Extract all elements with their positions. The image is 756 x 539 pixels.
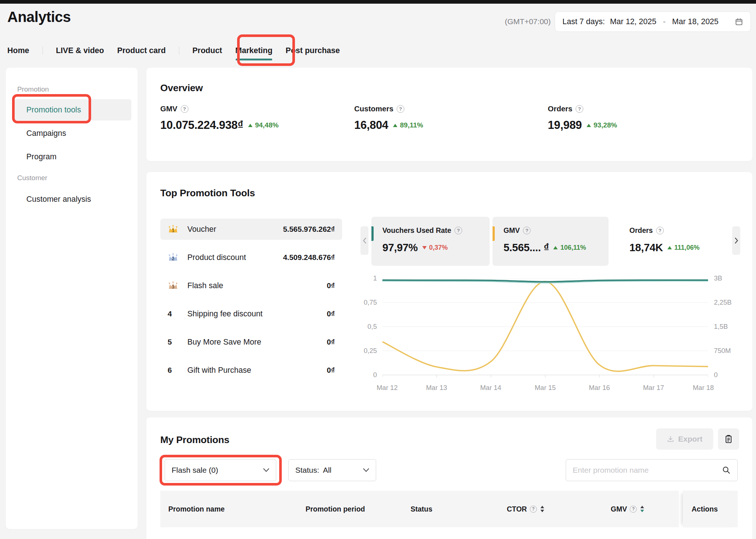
metric-value: 10.075.224.938₫ [160, 119, 243, 132]
tool-value: 5.565.976.262₫ [283, 225, 335, 234]
metric-label: Orders [548, 104, 572, 113]
column-promotion-name: Promotion name [168, 491, 225, 527]
question-icon[interactable]: ? [397, 105, 404, 113]
down-triangle-icon [422, 246, 427, 249]
chart-metric-card-vouchers-used-rate[interactable]: Vouchers Used Rate ? 97,97% 0,37% [371, 217, 490, 266]
card-label: GMV [504, 226, 520, 235]
tool-row-voucher[interactable]: 1 Voucher 5.565.976.262₫ [160, 219, 342, 240]
promotion-type-dropdown[interactable]: Flash sale (0) [165, 459, 276, 481]
status-value: All [323, 466, 331, 475]
metric-label: Customers [354, 104, 393, 113]
tool-value: 0₫ [327, 281, 335, 290]
promotions-table-header-actions: Actions [683, 491, 738, 527]
left-axis-tick: 1 [344, 274, 377, 282]
right-axis-tick: 1,5B [714, 323, 747, 331]
question-icon[interactable]: ? [530, 506, 537, 513]
tool-value: 0₫ [327, 366, 335, 375]
overview-card: Overview GMV ? 10.075.224.938₫ 94,48% Cu… [146, 68, 752, 161]
column-ctor: CTOR ? [507, 491, 544, 527]
tool-row-gift-with-purchase[interactable]: 6 Gift with Purchase 0₫ [160, 360, 342, 381]
sort-down-icon-active [640, 510, 644, 512]
left-axis-tick: 0,25 [344, 347, 377, 355]
question-icon[interactable]: ? [656, 227, 664, 234]
carousel-right-button[interactable] [732, 226, 740, 255]
date-range-separator: - [662, 17, 667, 26]
left-axis-tick: 0,5 [344, 323, 377, 331]
date-range-end: Mar 18, 2025 [672, 17, 719, 26]
tab-marketing[interactable]: Marketing [235, 46, 273, 55]
promotion-search-input[interactable] [573, 466, 718, 475]
rank-number: 4 [168, 309, 172, 318]
question-icon[interactable]: ? [181, 105, 188, 113]
tool-row-product-discount[interactable]: 2 Product discount 4.509.248.676₫ [160, 247, 342, 268]
tool-label: Shipping fee discount [187, 309, 327, 319]
promotion-line-chart [382, 278, 708, 378]
teal-accent-bar [371, 226, 374, 241]
yellow-accent-bar [493, 226, 495, 241]
tab-live-video[interactable]: LIVE & video [56, 46, 104, 55]
metric-delta: 89,11% [393, 121, 423, 129]
card-label: Vouchers Used Rate [382, 226, 451, 235]
question-icon[interactable]: ? [630, 506, 637, 513]
rank-number: 5 [168, 338, 172, 346]
chart-metric-card-orders[interactable]: Orders ? 18,74K 111,06% [618, 217, 728, 266]
chevron-down-icon [263, 468, 269, 472]
right-axis-tick: 0 [714, 371, 747, 379]
tool-value: 0₫ [327, 338, 335, 346]
tool-value: 4.509.248.676₫ [283, 253, 335, 262]
tool-row-flash-sale[interactable]: 3 Flash sale 0₫ [160, 275, 342, 296]
gmv-sort-control[interactable] [640, 506, 644, 512]
card-value: 18,74K [629, 242, 663, 254]
column-gmv: GMV ? [611, 491, 644, 527]
tool-label: Flash sale [187, 281, 327, 290]
ctor-sort-control[interactable] [540, 506, 544, 512]
gold-crown-icon: 1 [168, 223, 183, 235]
tool-label: Buy More Save More [187, 338, 327, 347]
top-promotion-tools-card: Top Promotion Tools 1 Voucher 5.565.976.… [146, 172, 752, 411]
x-axis-label: Mar 14 [472, 384, 509, 392]
date-range-picker[interactable]: Last 7 days: Mar 12, 2025 - Mar 18, 2025 [555, 11, 751, 32]
question-icon[interactable]: ? [454, 227, 462, 234]
tool-value: 0₫ [327, 309, 335, 318]
sidebar: Promotion Promotion tools Campaigns Prog… [6, 68, 138, 529]
chevron-down-icon [363, 468, 369, 472]
rank-number: 6 [168, 366, 172, 375]
tab-divider [179, 47, 179, 55]
date-range-label: Last 7 days: [562, 17, 605, 26]
sidebar-item-program[interactable]: Program [12, 146, 131, 167]
sidebar-item-customer-analysis[interactable]: Customer analysis [12, 189, 131, 210]
tab-home[interactable]: Home [7, 46, 29, 55]
sort-down-icon [540, 510, 544, 512]
export-button[interactable]: Export [656, 428, 713, 450]
sort-up-icon [640, 506, 644, 508]
metric-value: 19,989 [548, 119, 582, 132]
question-icon[interactable]: ? [576, 105, 583, 113]
card-delta: 0,37% [422, 244, 448, 252]
up-triangle-icon [393, 124, 397, 127]
timezone-label: (GMT+07:00) [487, 17, 551, 26]
status-dropdown[interactable]: Status: All [288, 459, 376, 481]
date-range-start: Mar 12, 2025 [610, 17, 656, 26]
sort-up-icon [540, 506, 544, 508]
overview-title: Overview [160, 82, 203, 94]
question-icon[interactable]: ? [523, 227, 531, 234]
overview-metric-customers: Customers ? 16,804 89,11% [354, 104, 512, 132]
tool-label: Product discount [187, 253, 283, 262]
carousel-left-button[interactable] [360, 226, 368, 255]
window-top-strip [0, 0, 756, 4]
search-icon[interactable] [722, 466, 731, 475]
bronze-crown-icon: 3 [168, 279, 183, 292]
tab-product[interactable]: Product [192, 46, 222, 55]
tab-product-card[interactable]: Product card [117, 46, 166, 55]
sidebar-item-promotion-tools[interactable]: Promotion tools [12, 99, 131, 120]
overview-metric-orders: Orders ? 19,989 93,28% [548, 104, 705, 132]
tool-row-shipping-fee-discount[interactable]: 4 Shipping fee discount 0₫ [160, 303, 342, 324]
tab-post-purchase[interactable]: Post purchase [286, 46, 340, 55]
report-list-button[interactable] [718, 428, 739, 450]
chart-metric-card-gmv[interactable]: GMV ? 5.565.... ₫ 106,11% [493, 217, 609, 266]
tool-row-buy-more-save-more[interactable]: 5 Buy More Save More 0₫ [160, 331, 342, 353]
up-triangle-icon [553, 246, 558, 249]
x-axis-label: Mar 15 [527, 384, 564, 392]
sidebar-item-campaigns[interactable]: Campaigns [12, 123, 131, 144]
download-icon [667, 435, 674, 443]
